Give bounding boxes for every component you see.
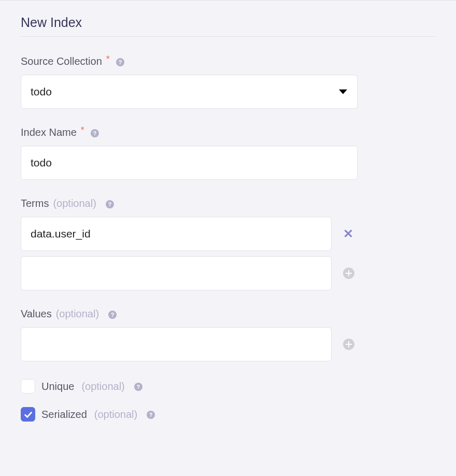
term-row: ✕ xyxy=(21,217,435,251)
values-label-row: Values (optional) ? xyxy=(21,308,435,320)
source-collection-label-row: Source Collection * ? xyxy=(21,55,435,67)
index-name-label-row: Index Name * ? xyxy=(21,127,435,138)
terms-label: Terms xyxy=(21,198,49,209)
serialized-checkbox[interactable] xyxy=(21,407,35,422)
required-star-icon: * xyxy=(81,125,84,136)
term-input[interactable] xyxy=(21,256,332,290)
help-icon[interactable]: ? xyxy=(147,411,155,419)
unique-checkbox[interactable] xyxy=(21,379,35,394)
serialized-optional-label: (optional) xyxy=(94,409,137,421)
terms-label-row: Terms (optional) ? xyxy=(21,198,435,209)
help-icon[interactable]: ? xyxy=(91,129,99,137)
serialized-label: Serialized xyxy=(41,409,87,421)
values-optional-label: (optional) xyxy=(56,308,99,320)
value-input[interactable] xyxy=(21,327,332,361)
values-label: Values xyxy=(21,308,52,320)
source-collection-field: Source Collection * ? todo xyxy=(21,55,435,109)
unique-row: Unique (optional) ? xyxy=(21,379,435,394)
help-icon[interactable]: ? xyxy=(108,311,117,319)
help-icon[interactable]: ? xyxy=(134,383,142,391)
terms-optional-label: (optional) xyxy=(53,198,96,209)
unique-optional-label: (optional) xyxy=(81,381,124,393)
values-field: Values (optional) ? xyxy=(21,308,435,361)
index-name-label: Index Name xyxy=(21,127,77,138)
term-input[interactable] xyxy=(21,217,332,251)
source-collection-select[interactable]: todo xyxy=(21,75,358,109)
remove-icon[interactable]: ✕ xyxy=(343,228,353,240)
help-icon[interactable]: ? xyxy=(116,58,124,66)
new-index-panel: New Index Source Collection * ? todo Ind… xyxy=(0,1,456,422)
help-icon[interactable]: ? xyxy=(106,200,114,208)
add-icon[interactable] xyxy=(343,268,354,279)
unique-label: Unique xyxy=(41,381,74,393)
terms-field: Terms (optional) ? ✕ xyxy=(21,198,435,290)
value-row xyxy=(21,327,435,361)
required-star-icon: * xyxy=(106,54,110,65)
index-name-field: Index Name * ? xyxy=(21,127,435,180)
add-icon[interactable] xyxy=(343,339,354,350)
source-collection-value[interactable]: todo xyxy=(21,75,358,109)
panel-title: New Index xyxy=(21,15,435,37)
term-row xyxy=(21,256,435,290)
serialized-row: Serialized (optional) ? xyxy=(21,407,435,422)
source-collection-label: Source Collection xyxy=(21,55,102,67)
index-name-input[interactable] xyxy=(21,146,358,180)
